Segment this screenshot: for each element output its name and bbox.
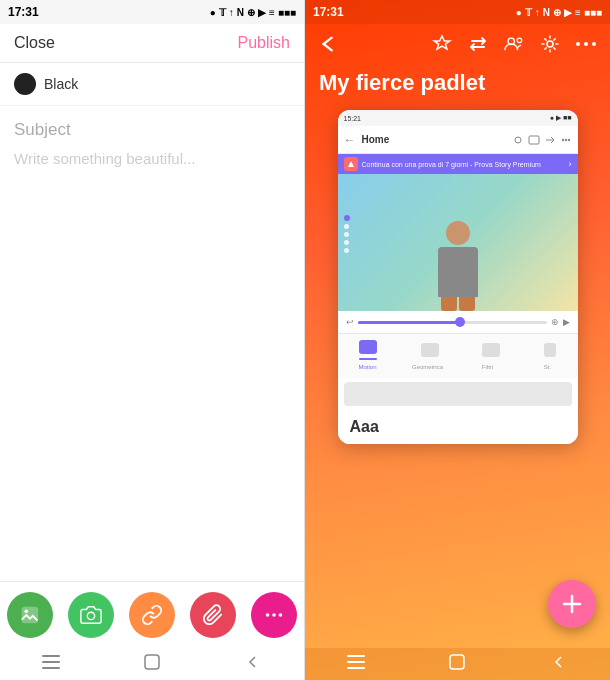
card-title: Aaa <box>350 418 379 435</box>
header-right <box>305 24 610 64</box>
mini-slider-fill <box>358 321 462 324</box>
mini-ctrl-forward: ▶ <box>563 317 570 327</box>
mini-tab-icon-geo <box>421 343 439 357</box>
mini-tab-label-motion: Motion <box>348 364 388 370</box>
mini-promo-bar: Continua con una prova di 7 giorni - Pro… <box>338 154 578 174</box>
mini-promo-icon <box>344 157 358 171</box>
link-icon-button[interactable] <box>129 592 175 638</box>
mini-tab-more <box>544 343 556 357</box>
nav-home-left[interactable] <box>142 652 162 672</box>
person-leg-left <box>441 297 457 311</box>
mini-icon-1 <box>512 135 524 145</box>
mini-promo-text: Continua con una prova di 7 giorni - Pro… <box>362 161 565 168</box>
publish-button[interactable]: Publish <box>238 34 290 52</box>
svg-rect-17 <box>529 136 539 144</box>
star-icon-button[interactable] <box>432 34 452 54</box>
mini-slider <box>358 321 547 324</box>
back-button-right[interactable] <box>319 34 339 54</box>
mini-ctrl-zoom: ⊕ <box>551 317 559 327</box>
mini-tab-label-geo: Geometrica <box>408 364 448 370</box>
svg-point-18 <box>561 138 563 140</box>
mini-promo-arrow: › <box>569 159 572 169</box>
mini-tab-label-st: St. <box>528 364 568 370</box>
mini-status-bar: 15:21 ● ▶ ■■ <box>338 110 578 126</box>
settings-icon-button[interactable] <box>540 34 560 54</box>
left-panel: 17:31 ● 𝕋 ↑ N ⊕ ▶ ≡ ■■■ Close Publish Bl… <box>0 0 305 680</box>
mini-tab-labels: Motion Geometrica Filtri St. <box>338 362 578 372</box>
nav-back-right[interactable] <box>549 652 569 672</box>
svg-point-13 <box>576 42 580 46</box>
svg-rect-21 <box>347 655 365 657</box>
mini-image-area <box>338 174 578 311</box>
person-body <box>438 247 478 297</box>
svg-point-14 <box>584 42 588 46</box>
color-dot[interactable] <box>14 73 36 95</box>
person-head <box>446 221 470 245</box>
nav-menu-left[interactable] <box>41 652 61 672</box>
subject-area: Subject Write something beautiful... <box>0 106 304 181</box>
svg-rect-8 <box>42 667 60 669</box>
mini-slider-thumb <box>455 317 465 327</box>
svg-point-1 <box>25 610 29 614</box>
nav-bar-right <box>305 648 610 680</box>
status-time-left: 17:31 <box>8 5 39 19</box>
mini-tab-icon-more <box>544 343 556 357</box>
mini-tab-motion <box>359 340 377 360</box>
svg-rect-23 <box>347 667 365 669</box>
mini-icon-2 <box>528 135 540 145</box>
mini-input-bar <box>344 382 572 406</box>
padlet-card[interactable]: 15:21 ● ▶ ■■ ← Home <box>338 110 578 444</box>
svg-point-16 <box>515 137 521 143</box>
mini-tab-row <box>338 334 578 362</box>
card-footer: Aaa <box>338 410 578 444</box>
status-icons-right: ● 𝕋 ↑ N ⊕ ▶ ≡ ■■■ <box>516 7 602 18</box>
mini-nav-header: ← Home <box>338 126 578 154</box>
people-icon-button[interactable] <box>504 34 524 54</box>
card-phone-screenshot: 15:21 ● ▶ ■■ ← Home <box>338 110 578 410</box>
status-bar-right: 17:31 ● 𝕋 ↑ N ⊕ ▶ ≡ ■■■ <box>305 0 610 24</box>
svg-point-2 <box>88 612 95 619</box>
header-left: Close Publish <box>0 24 304 63</box>
more-icon-button[interactable] <box>251 592 297 638</box>
mini-dot-5 <box>344 248 349 253</box>
svg-point-11 <box>517 38 522 43</box>
write-placeholder[interactable]: Write something beautiful... <box>14 150 290 167</box>
image-icon-button[interactable] <box>7 592 53 638</box>
color-selector[interactable]: Black <box>0 63 304 106</box>
fab-add-button[interactable] <box>548 580 596 628</box>
color-label: Black <box>44 76 78 92</box>
nav-bar-left <box>0 648 304 680</box>
attachment-icon-button[interactable] <box>190 592 236 638</box>
mini-icon-4 <box>560 135 572 145</box>
nav-menu-right[interactable] <box>346 652 366 672</box>
mini-tab-geometrica <box>421 343 439 357</box>
mini-icon-3 <box>544 135 556 145</box>
nav-home-right[interactable] <box>447 652 467 672</box>
status-icons-left: ● 𝕋 ↑ N ⊕ ▶ ≡ ■■■ <box>210 7 296 18</box>
svg-point-15 <box>592 42 596 46</box>
svg-rect-9 <box>145 655 159 669</box>
bottom-toolbar-left <box>0 581 304 648</box>
header-right-icons <box>432 34 596 54</box>
mini-tab-filtri <box>482 343 500 357</box>
close-button[interactable]: Close <box>14 34 55 52</box>
mini-ctrl-undo: ↩ <box>346 317 354 327</box>
camera-icon-button[interactable] <box>68 592 114 638</box>
svg-point-20 <box>567 138 569 140</box>
card-container: 15:21 ● ▶ ■■ ← Home <box>305 110 610 648</box>
mini-dot-2 <box>344 224 349 229</box>
status-time-right: 17:31 <box>313 5 344 19</box>
nav-back-left[interactable] <box>243 652 263 672</box>
svg-point-5 <box>278 613 282 617</box>
spacer-left <box>0 181 304 581</box>
mini-side-dots <box>344 215 350 253</box>
more-dots-right[interactable] <box>576 34 596 54</box>
repeat-icon-button[interactable] <box>468 34 488 54</box>
color-dot-row: Black <box>14 73 290 95</box>
subject-placeholder[interactable]: Subject <box>14 120 290 140</box>
svg-rect-0 <box>22 607 39 624</box>
mini-tab-indicator <box>359 358 377 360</box>
svg-rect-7 <box>42 661 60 663</box>
svg-rect-22 <box>347 661 365 663</box>
mini-tab-label-filtri: Filtri <box>468 364 508 370</box>
